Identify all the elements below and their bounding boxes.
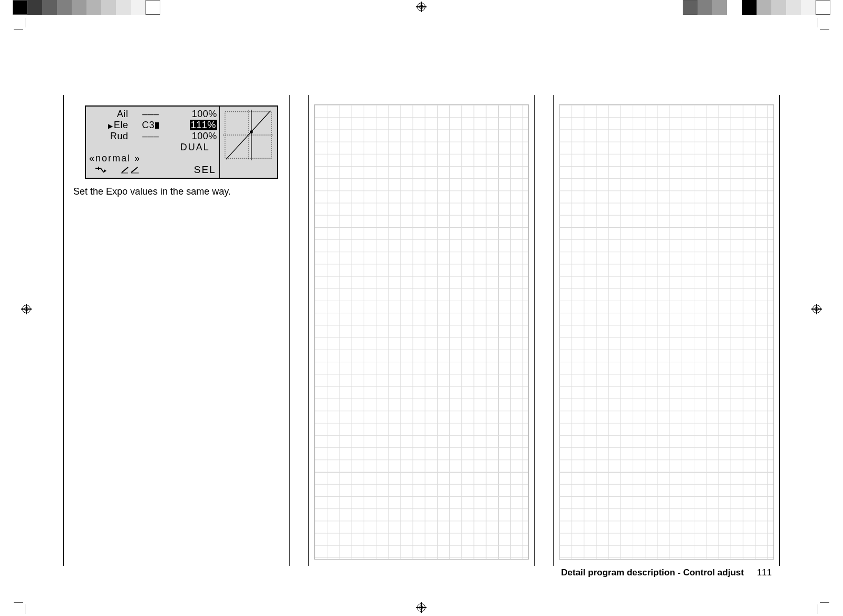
swatch-bar-left [13, 0, 160, 15]
lcd-sel-label: SEL [194, 164, 216, 176]
lcd-graph [220, 107, 277, 178]
crop-mark [16, 20, 25, 30]
lcd-channel: Rud [88, 131, 131, 142]
column-1: Ail ––– 100% Ele C3 111% Rud ––– 100 [63, 95, 290, 566]
swatch [42, 0, 57, 15]
swatch [712, 0, 727, 15]
registration-mark [22, 305, 31, 313]
registration-mark [812, 305, 821, 313]
page-number: 111 [757, 567, 772, 578]
swatch [131, 0, 146, 15]
swatch [816, 0, 830, 15]
swatch [757, 0, 771, 15]
lcd-switch: ––– [131, 109, 170, 120]
crop-mark [818, 20, 827, 30]
column-3 [553, 95, 780, 566]
swatch [786, 0, 801, 15]
swatch [86, 0, 101, 15]
grid-paper [314, 104, 529, 560]
switch-icon [155, 122, 159, 129]
crop-mark [818, 602, 827, 612]
lcd-channel: Ele [88, 120, 131, 131]
swatch [742, 0, 757, 15]
svg-marker-0 [104, 169, 106, 172]
footer-title: Detail program description - Control adj… [561, 567, 744, 578]
svg-point-8 [250, 130, 253, 133]
registration-mark [417, 603, 425, 612]
lcd-value: 100% [170, 109, 218, 120]
swatch [146, 0, 160, 15]
lcd-value: 100% [170, 131, 218, 142]
lcd-switch: C3 [131, 120, 170, 131]
swatch [727, 0, 742, 15]
crop-mark [16, 602, 25, 612]
lcd-mode: DUAL [88, 142, 218, 153]
swatch-bar-right [683, 0, 830, 15]
swatch [697, 0, 712, 15]
registration-mark [417, 3, 425, 11]
switch-symbol-icon [94, 166, 108, 174]
swatch [57, 0, 72, 15]
grid-paper [559, 104, 774, 560]
swatch [683, 0, 697, 15]
swatch [101, 0, 116, 15]
lcd-screen: Ail ––– 100% Ele C3 111% Rud ––– 100 [85, 105, 278, 179]
lcd-switch: ––– [131, 131, 170, 142]
page-footer: Detail program description - Control adj… [561, 567, 772, 578]
swatch [771, 0, 786, 15]
caption-text: Set the Expo values in the same way. [73, 186, 289, 197]
lcd-phase: «normal » [88, 153, 218, 164]
swatch [13, 0, 27, 15]
swatch [116, 0, 131, 15]
swatch [801, 0, 816, 15]
lcd-channel: Ail [88, 109, 131, 120]
column-2 [308, 95, 535, 566]
curve-symbol-icon [121, 166, 139, 174]
lcd-value-selected: 111% [170, 120, 218, 131]
swatch [27, 0, 42, 15]
swatch [72, 0, 86, 15]
